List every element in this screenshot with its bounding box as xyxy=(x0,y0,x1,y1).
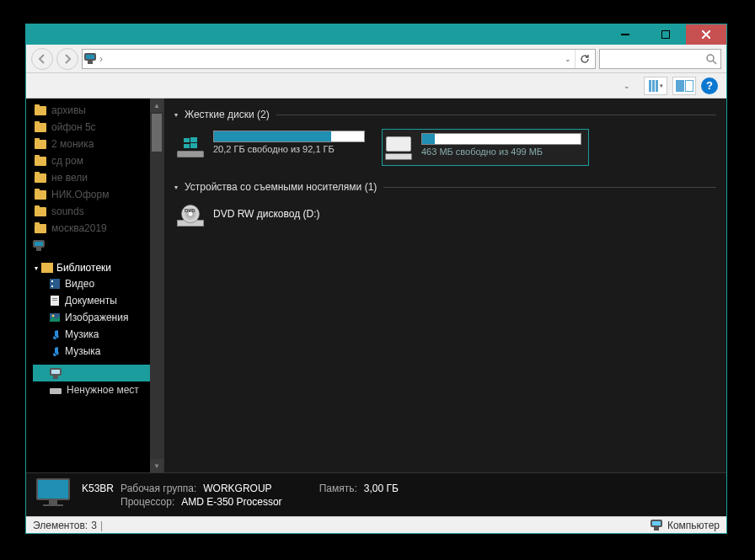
group-header-removable[interactable]: ▾ Устройства со съемными носителями (1) xyxy=(174,181,716,193)
library-label: Документы xyxy=(65,295,117,307)
video-icon xyxy=(50,279,60,289)
svg-rect-18 xyxy=(190,143,197,148)
svg-rect-7 xyxy=(51,280,53,282)
library-item-documents[interactable]: Документы xyxy=(33,292,162,309)
library-label: Музыка xyxy=(65,345,100,357)
caret-down-icon: ▾ xyxy=(174,111,178,119)
folder-item[interactable]: НИК.Оформ xyxy=(33,186,162,203)
details-name: K53BR xyxy=(82,483,114,494)
folder-item[interactable]: москва2019 xyxy=(33,220,162,237)
library-item-music1[interactable]: Музика xyxy=(33,326,162,343)
help-button[interactable]: ? xyxy=(701,77,718,94)
folder-label: сд ром xyxy=(51,155,83,167)
scroll-down-icon[interactable]: ▼ xyxy=(150,459,163,472)
preview-pane-button[interactable] xyxy=(672,77,696,95)
svg-rect-6 xyxy=(50,279,60,289)
status-elements-label: Элементов: xyxy=(33,520,88,531)
image-icon xyxy=(50,312,60,323)
sidebar-scrollbar[interactable]: ▲ ▼ xyxy=(150,99,163,472)
scroll-thumb[interactable] xyxy=(152,114,162,152)
music-icon xyxy=(50,329,60,339)
folder-label: НИК.Оформ xyxy=(51,189,109,200)
library-label: Музика xyxy=(65,328,99,340)
svg-rect-17 xyxy=(184,144,190,148)
dvd-drive-item[interactable]: DVD DVD RW дисковод (D:) xyxy=(176,201,716,227)
address-bar[interactable]: › ⌄ xyxy=(82,49,596,69)
computer-item[interactable] xyxy=(33,237,162,253)
drive-usage-bar xyxy=(213,131,365,142)
drive-item-c[interactable]: 20,2 ГБ свободно из 92,1 ГБ xyxy=(176,129,365,166)
document-icon xyxy=(50,296,60,306)
caret-down-icon: ▾ xyxy=(174,184,178,191)
folder-item[interactable]: sounds xyxy=(33,203,162,220)
folder-item[interactable]: сд ром xyxy=(33,152,162,169)
sidebar-item-unused[interactable]: Ненужное мест xyxy=(33,381,162,398)
details-mem-value: 3,00 ГБ xyxy=(364,483,399,494)
details-cpu-label: Процессор: xyxy=(120,496,174,508)
minimize-button[interactable] xyxy=(605,24,645,45)
explorer-window: › ⌄ ⌄ ▾ ? архивы xyxy=(25,24,727,534)
svg-rect-14 xyxy=(50,388,62,394)
close-button[interactable] xyxy=(686,24,726,45)
search-icon xyxy=(705,53,717,65)
folder-label: 2 моника xyxy=(51,138,94,150)
folder-item[interactable]: не вели xyxy=(33,169,162,186)
libraries-section[interactable]: ▾ Библиотеки xyxy=(33,260,162,275)
library-label: Видео xyxy=(65,278,94,290)
svg-line-5 xyxy=(713,61,716,64)
svg-point-4 xyxy=(707,55,714,61)
folder-label: москва2019 xyxy=(51,222,107,234)
status-right-item[interactable]: Компьютер xyxy=(651,520,720,531)
body: архивы ойфон 5с 2 моника сд ром не вели … xyxy=(26,99,726,472)
unused-label: Ненужное мест xyxy=(67,384,139,396)
folder-item[interactable]: ойфон 5с xyxy=(33,119,162,136)
folder-label: sounds xyxy=(51,205,84,217)
windows-icon xyxy=(184,137,197,149)
search-box[interactable] xyxy=(599,49,721,69)
drive-icon xyxy=(50,386,62,394)
scroll-up-icon[interactable]: ▲ xyxy=(150,99,163,112)
address-dropdown-icon[interactable]: ⌄ xyxy=(565,55,571,63)
forward-button[interactable] xyxy=(56,48,78,70)
svg-rect-10 xyxy=(52,298,57,299)
details-pane: K53BR Рабочая группа: WORKGROUP Память: … xyxy=(26,472,726,516)
content-pane: ▾ Жесткие диски (2) 20,2 ГБ свободно из … xyxy=(164,99,726,472)
folder-label: архивы xyxy=(51,104,86,116)
computer-icon xyxy=(50,368,62,379)
status-elements-count: 3 xyxy=(91,520,97,531)
folder-icon xyxy=(35,106,46,115)
details-cpu-value: AMD E-350 Processor xyxy=(181,496,281,508)
library-item-music2[interactable]: Музыка xyxy=(33,343,162,360)
refresh-button[interactable] xyxy=(575,50,593,68)
folder-label: не вели xyxy=(51,172,88,184)
svg-rect-0 xyxy=(621,34,629,35)
folder-icon xyxy=(35,173,46,183)
folder-item[interactable]: архивы xyxy=(33,102,162,119)
drive-usage-bar xyxy=(421,133,581,145)
expand-ribbon-icon[interactable]: ⌄ xyxy=(624,82,630,90)
library-label: Изображения xyxy=(65,312,128,323)
folder-icon xyxy=(35,224,46,233)
group-header-drives[interactable]: ▾ Жесткие диски (2) xyxy=(174,109,716,120)
details-wg-value: WORKGROUP xyxy=(203,483,271,494)
view-layout-button[interactable]: ▾ xyxy=(644,77,667,95)
folder-item[interactable]: 2 моника xyxy=(33,136,162,152)
navigation-bar: › ⌄ xyxy=(26,45,726,73)
drive-subtitle: 463 МБ свободно из 499 МБ xyxy=(421,147,581,157)
library-item-images[interactable]: Изображения xyxy=(33,309,162,326)
divider xyxy=(383,187,716,188)
folder-icon xyxy=(35,140,46,149)
svg-rect-8 xyxy=(51,285,53,287)
details-wg-label: Рабочая группа: xyxy=(120,483,196,494)
drive-item-reserved[interactable]: 463 МБ свободно из 499 МБ xyxy=(382,129,589,166)
nav-pane: архивы ойфон 5с 2 моника сд ром не вели … xyxy=(26,99,164,472)
dvd-label: DVD RW дисковод (D:) xyxy=(213,208,320,220)
sidebar-item-selected[interactable] xyxy=(33,365,162,381)
caret-down-icon: ▾ xyxy=(35,264,38,272)
library-item-video[interactable]: Видео xyxy=(33,275,162,292)
maximize-button[interactable] xyxy=(645,24,686,45)
drive-subtitle: 20,2 ГБ свободно из 92,1 ГБ xyxy=(213,144,365,154)
back-button[interactable] xyxy=(31,48,53,70)
computer-icon xyxy=(651,520,662,531)
computer-large-icon xyxy=(35,478,72,512)
